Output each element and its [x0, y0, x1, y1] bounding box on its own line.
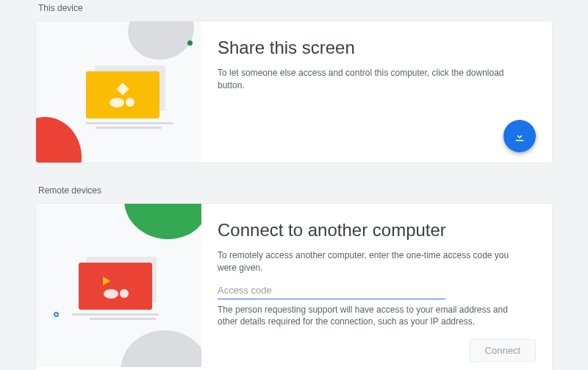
access-code-input[interactable]: [218, 282, 445, 299]
download-icon: [513, 129, 526, 143]
illustration-connect: [36, 204, 201, 367]
card-title-share: Share this screen: [218, 38, 530, 58]
card-body-connect: Connect to another computer To remotely …: [201, 204, 552, 370]
decorative-blob-icon: [120, 204, 201, 245]
decorative-dot-icon: [187, 40, 193, 46]
decorative-dot-icon: [54, 312, 59, 317]
decorative-blob-icon: [121, 330, 201, 367]
card-share-screen: Share this screen To let someone else ac…: [35, 21, 553, 163]
card-description-share: To let someone else access and control t…: [218, 67, 530, 92]
connect-button[interactable]: Connect: [470, 339, 536, 362]
decorative-blob-icon: [36, 117, 82, 163]
card-connect: Connect to another computer To remotely …: [35, 203, 553, 370]
section-label-this-device: This device: [38, 0, 553, 13]
illustration-share: [36, 21, 201, 163]
card-title-connect: Connect to another computer: [218, 220, 530, 241]
fine-print-text: The person requesting support will have …: [218, 304, 530, 329]
laptop-red-icon: [79, 263, 167, 320]
page-root: This device Share this screen To let som…: [0, 0, 588, 370]
laptop-yellow-icon: [86, 71, 171, 129]
card-description-connect: To remotely access another computer, ent…: [218, 249, 530, 274]
section-label-remote-devices: Remote devices: [38, 182, 553, 196]
download-button[interactable]: [503, 120, 536, 152]
card-body-share: Share this screen To let someone else ac…: [201, 21, 552, 163]
